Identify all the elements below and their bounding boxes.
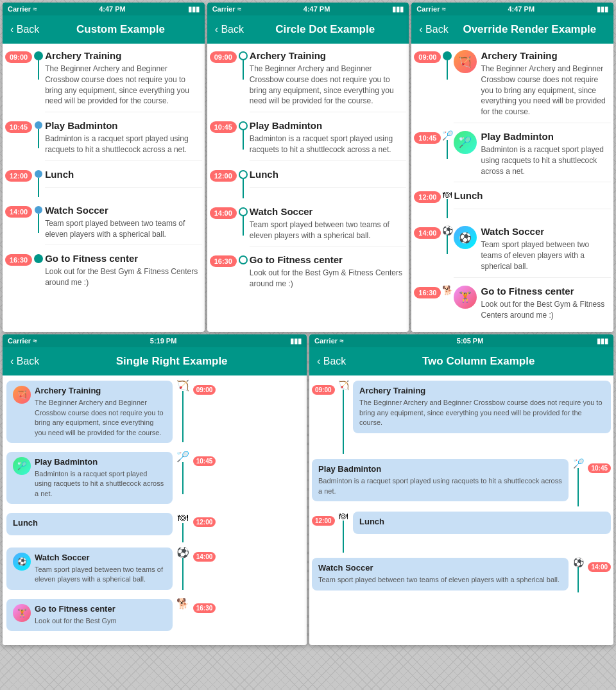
title-2-5: Go to Fitness center — [250, 254, 407, 265]
card-row-2: 🏸 Play Badminton Badminton is a racquet … — [13, 457, 166, 499]
carrier-5: Carrier ≈ — [314, 337, 343, 345]
vline-3-4 — [447, 235, 448, 254]
time-label-5-1: 09:00 — [312, 385, 335, 395]
card-title-5-4: Watch Soccer — [318, 563, 562, 573]
time-badge-3-2: 10:45 — [414, 132, 441, 144]
tc-row-4: Watch Soccer Team sport played between t… — [312, 558, 611, 594]
vline-1-2 — [38, 129, 39, 148]
tc-left-card-2: Play Badminton Badminton is a racquet sp… — [312, 459, 569, 501]
img-fitness-3: 🏋 — [454, 286, 477, 309]
dot-emoji-5-2: 🏸 — [573, 459, 584, 468]
carrier-1: Carrier ≈ — [8, 5, 37, 13]
card-title-1: Archery Training — [35, 386, 166, 395]
dot-3-1 — [443, 51, 452, 60]
sr-item-1: 🏹 Archery Training The Beginner Archery … — [6, 381, 303, 447]
nav-bar-2: ‹ Back Circle Dot Example — [207, 15, 409, 44]
sr-time-1: 09:00 — [191, 381, 216, 395]
timeline-item-2-2: 10:45 Play Badminton Badminton is a racq… — [207, 116, 409, 165]
dot-1-2 — [35, 121, 42, 129]
card-text-4: Watch Soccer Team sport played between t… — [35, 553, 166, 585]
sr-connector-4: ⚽ — [175, 548, 191, 590]
vline-1-3 — [38, 178, 39, 197]
timeline-item-1-4: 14:00 Watch Soccer Team sport played bet… — [3, 201, 205, 250]
override-render-screen: Carrier ≈ 4:47 PM ▮▮▮ ‹ Back Override Re… — [411, 3, 613, 332]
item-row-3-1: 🏹 Archery Training The Beginner Archery … — [454, 50, 611, 117]
connector-3-3: 🍽 — [441, 190, 454, 218]
vline-5-4 — [578, 567, 579, 592]
time-2: 4:47 PM — [304, 5, 330, 13]
time-badge-1-2: 10:45 — [5, 121, 32, 133]
text-3-2: Play Badminton Badminton is a racquet sp… — [481, 131, 611, 177]
content-2-2: Play Badminton Badminton is a racquet sp… — [250, 120, 407, 161]
timeline-2: 09:00 Archery Training The Beginner Arch… — [207, 44, 409, 301]
connector-2-3 — [237, 169, 250, 198]
title-1-3: Lunch — [45, 169, 202, 180]
time-3: 4:47 PM — [508, 5, 535, 13]
nav-title-5: Two Column Example — [351, 355, 606, 368]
card-text-1: Archery Training The Beginner Archery an… — [35, 386, 166, 438]
vline-3-1 — [447, 60, 448, 80]
card-desc-5-2: Badminton is a racquet sport played usin… — [318, 476, 562, 496]
vline-5-1 — [343, 390, 344, 454]
item-row-3-2: 🏸 Play Badminton Badminton is a racquet … — [454, 131, 611, 177]
tc-time-left-1: 09:00 — [312, 381, 336, 395]
dot-2-3 — [239, 170, 248, 179]
sr-connector-2: 🏸 — [175, 452, 191, 494]
back-btn-3[interactable]: ‹ Back — [419, 24, 448, 35]
timeline-item-2-1: 09:00 Archery Training The Beginner Arch… — [207, 46, 409, 116]
content-3-2: 🏸 Play Badminton Badminton is a racquet … — [454, 131, 611, 182]
vline-2-2 — [243, 130, 244, 150]
tc-connector-4: ⚽ — [571, 558, 585, 592]
connector-3-2: 🏸 — [441, 131, 454, 159]
bottom-row: Carrier ≈ 5:19 PM ▮▮▮ ‹ Back Single Righ… — [0, 334, 616, 648]
connector-2-1 — [237, 50, 250, 80]
back-btn-1[interactable]: ‹ Back — [10, 24, 39, 35]
status-bar-1: Carrier ≈ 4:47 PM ▮▮▮ — [3, 3, 205, 15]
tc-left-card-4: Watch Soccer Team sport played between t… — [312, 558, 569, 590]
dot-2-5 — [239, 255, 248, 264]
time-5: 5:05 PM — [457, 337, 484, 345]
card-title-5-3: Lunch — [359, 517, 604, 526]
timeline-1: 09:00 Archery Training The Beginner Arch… — [3, 44, 205, 300]
dot-emoji-4-1: 🏹 — [176, 381, 189, 391]
dot-1-1 — [34, 51, 43, 60]
card-desc-2: Badminton is a racquet sport played usin… — [35, 469, 166, 499]
back-btn-2[interactable]: ‹ Back — [215, 24, 244, 35]
sr-time-2: 10:45 — [191, 452, 216, 466]
vline-2-3 — [243, 179, 244, 198]
dot-emoji-3-5: 🐕 — [442, 286, 453, 295]
card-desc-4: Team sport played between two teams of e… — [35, 565, 166, 585]
back-btn-5[interactable]: ‹ Back — [317, 356, 346, 367]
dot-emoji-4-3: 🍽 — [178, 513, 188, 523]
title-3-2: Play Badminton — [481, 131, 611, 142]
content-1-2: Play Badminton Badminton is a racquet sp… — [45, 120, 202, 161]
dot-1-4 — [35, 206, 42, 214]
content-3-4: ⚽ Watch Soccer Team sport played between… — [454, 226, 611, 277]
status-bar-4: Carrier ≈ 5:19 PM ▮▮▮ — [3, 334, 307, 347]
time-badge-1-4: 14:00 — [5, 206, 32, 218]
time-label-4-3: 12:00 — [193, 517, 216, 527]
content-1-4: Watch Soccer Team sport played between t… — [45, 205, 202, 246]
vline-4-3 — [182, 523, 184, 542]
sr-card-3: Lunch — [6, 513, 173, 535]
title-3-4: Watch Soccer — [481, 226, 611, 237]
text-3-4: Watch Soccer Team sport played between t… — [481, 226, 611, 272]
timeline-item-1-1: 09:00 Archery Training The Beginner Arch… — [3, 46, 205, 116]
text-3-1: Archery Training The Beginner Archery an… — [481, 50, 611, 117]
desc-2-1: The Beginner Archery and Beginner Crossb… — [250, 64, 407, 107]
tc-row-2: Play Badminton Badminton is a racquet sp… — [312, 459, 611, 506]
tc-connector-3: 🍽 — [336, 512, 350, 553]
time-badge-2-2: 10:45 — [210, 121, 237, 133]
time-badge-3-5: 16:30 — [414, 287, 441, 298]
vline-5-2 — [578, 468, 579, 506]
time-badge-3-3: 12:00 — [414, 191, 441, 203]
nav-title-2: Circle Dot Example — [249, 23, 401, 36]
desc-3-5: Look out for the Best Gym & Fitness Cent… — [481, 299, 611, 321]
tc-connector-1: 🏹 — [336, 381, 350, 454]
title-3-3: Lunch — [454, 190, 611, 201]
time-1: 4:47 PM — [99, 5, 126, 13]
content-2-5: Go to Fitness center Look out for the Be… — [250, 254, 407, 295]
title-1-1: Archery Training — [45, 50, 202, 61]
back-btn-4[interactable]: ‹ Back — [10, 356, 39, 367]
nav-bar-1: ‹ Back Custom Example — [3, 15, 205, 44]
